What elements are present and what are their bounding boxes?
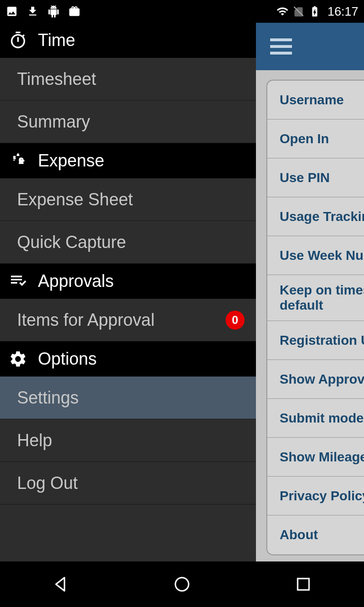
- settings-row-use-pin[interactable]: Use PIN: [267, 158, 364, 197]
- settings-label: Usage Tracking: [280, 209, 364, 224]
- svg-point-3: [175, 578, 189, 591]
- section-header-options[interactable]: Options: [0, 341, 256, 377]
- settings-row-open-in[interactable]: Open In: [267, 120, 364, 158]
- recents-button[interactable]: [294, 575, 313, 594]
- settings-row-username[interactable]: Username: [267, 81, 364, 120]
- section-title: Time: [38, 30, 75, 50]
- nav-label: Expense Sheet: [17, 190, 133, 210]
- nav-label: Items for Approval: [17, 310, 155, 330]
- approval-badge: 0: [226, 311, 245, 330]
- android-icon: [47, 5, 60, 18]
- section-title: Expense: [38, 151, 104, 171]
- svg-point-2: [23, 160, 25, 162]
- wifi-icon: [276, 5, 289, 18]
- nav-label: Summary: [17, 112, 90, 132]
- no-sim-icon: [292, 5, 305, 18]
- hamburger-icon[interactable]: [270, 38, 292, 55]
- settings-label: Show Mileage: [280, 450, 364, 465]
- settings-label: Registration Unit: [280, 333, 364, 348]
- expense-icon: [9, 151, 27, 170]
- back-button[interactable]: [51, 575, 70, 594]
- nav-item-summary[interactable]: Summary: [0, 101, 256, 143]
- settings-label: Username: [280, 92, 344, 108]
- settings-label: Use PIN: [280, 170, 330, 185]
- nav-label: Log Out: [17, 473, 78, 493]
- svg-rect-4: [298, 579, 309, 590]
- home-button[interactable]: [173, 575, 191, 594]
- settings-row-registration-unit[interactable]: Registration Unit: [267, 321, 364, 360]
- section-title: Options: [38, 349, 97, 369]
- stopwatch-icon: [9, 31, 27, 50]
- status-time: 16:17: [328, 4, 358, 19]
- nav-label: Help: [17, 431, 52, 451]
- drawer-fill: [0, 505, 256, 561]
- status-bar: 16:17: [0, 0, 364, 23]
- settings-row-week-numbers[interactable]: Use Week Numb: [267, 236, 364, 275]
- nav-drawer: Time Timesheet Summary Expense Expense S…: [0, 23, 256, 561]
- topbar: [256, 23, 364, 70]
- settings-label: Open In: [280, 131, 329, 147]
- settings-row-submit-mode[interactable]: Submit mode: [267, 399, 364, 438]
- nav-item-settings[interactable]: Settings: [0, 377, 256, 419]
- settings-label: Privacy Policy: [280, 488, 364, 504]
- settings-label: About: [280, 527, 318, 543]
- gear-icon: [9, 349, 27, 368]
- play-store-icon: [68, 5, 81, 18]
- battery-charging-icon: [309, 5, 321, 18]
- nav-label: Timesheet: [17, 69, 96, 89]
- section-title: Approvals: [38, 271, 114, 291]
- settings-label: Keep on timesheet by default: [280, 283, 364, 313]
- nav-item-help[interactable]: Help: [0, 419, 256, 462]
- settings-row-show-approvals[interactable]: Show Approvals: [267, 360, 364, 399]
- settings-panel: Username Open In Use PIN Usage Tracking …: [256, 23, 364, 561]
- nav-label: Settings: [17, 388, 79, 408]
- nav-item-expense-sheet[interactable]: Expense Sheet: [0, 178, 256, 221]
- settings-label: Use Week Numb: [280, 248, 364, 263]
- settings-row-usage-tracking[interactable]: Usage Tracking: [267, 197, 364, 236]
- system-navbar: [0, 561, 364, 607]
- nav-item-items-for-approval[interactable]: Items for Approval 0: [0, 299, 256, 341]
- settings-label: Show Approvals: [280, 372, 364, 387]
- nav-item-quick-capture[interactable]: Quick Capture: [0, 221, 256, 264]
- settings-row-about[interactable]: About: [267, 515, 364, 554]
- section-header-time[interactable]: Time: [0, 23, 256, 58]
- status-right: 16:17: [276, 4, 358, 19]
- settings-row-keep-timesheet[interactable]: Keep on timesheet by default: [267, 275, 364, 321]
- settings-row-show-mileage[interactable]: Show Mileage: [267, 438, 364, 477]
- settings-label: Submit mode: [280, 411, 364, 426]
- status-left: [6, 5, 81, 18]
- approvals-icon: [9, 272, 27, 291]
- download-icon: [27, 5, 39, 18]
- nav-item-log-out[interactable]: Log Out: [0, 462, 256, 505]
- nav-item-timesheet[interactable]: Timesheet: [0, 58, 256, 101]
- image-icon: [6, 5, 18, 18]
- nav-label: Quick Capture: [17, 232, 126, 252]
- settings-card: Username Open In Use PIN Usage Tracking …: [266, 80, 364, 555]
- settings-row-privacy-policy[interactable]: Privacy Policy: [267, 477, 364, 515]
- section-header-approvals[interactable]: Approvals: [0, 264, 256, 299]
- section-header-expense[interactable]: Expense: [0, 143, 256, 178]
